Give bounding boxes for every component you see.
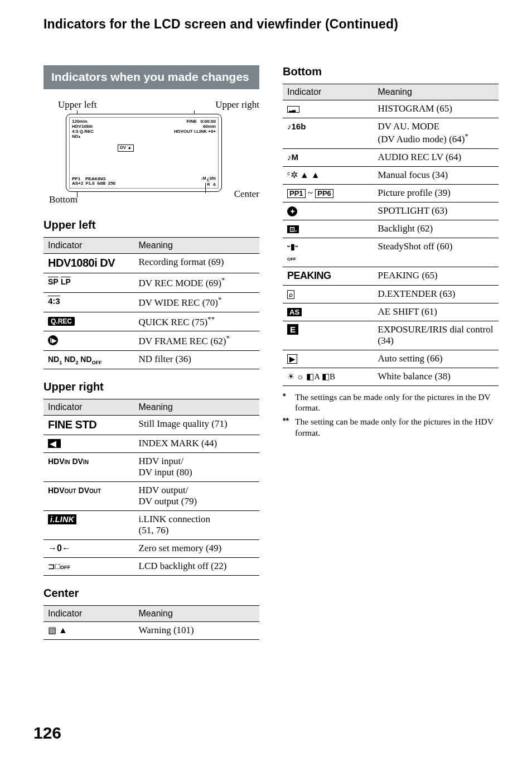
meaning-cell: EXPOSURE/IRIS dial control (34)	[374, 321, 499, 350]
diagram-label-center: Center	[234, 189, 259, 200]
table-row: ▂▃HISTOGRAM (65)	[283, 100, 499, 118]
meaning-cell: DV WIDE REC (70)*	[134, 292, 259, 312]
indicator-cell: PP1 ~ PP6	[283, 184, 374, 202]
th-indicator: Indicator	[43, 238, 134, 254]
indicator-cell: Q.REC	[43, 312, 134, 331]
indicator-cell: ♪M	[283, 148, 374, 166]
footnotes: * The settings can be made only for the …	[283, 392, 499, 438]
indicator-cell: HDVOUT DVOUT	[43, 481, 134, 510]
indicator-cell: ⊡.	[283, 220, 374, 238]
table-row: 4:3DV WIDE REC (70)*	[43, 292, 259, 312]
meaning-cell: SteadyShot off (60)	[374, 238, 499, 267]
table-row: i.LINKi.LINK connection(51, 76)	[43, 510, 259, 539]
indicator-cell: 4:3	[43, 292, 134, 312]
diagram-label-upper-left: Upper left	[58, 99, 96, 110]
indicator-cell: ▂▃	[283, 100, 374, 118]
table-upper-left: Indicator Meaning HDV1080i DVRecording f…	[43, 237, 259, 369]
th-indicator: Indicator	[43, 605, 134, 621]
meaning-cell: AUDIO REC LV (64)	[374, 148, 499, 166]
table-row: ◀ INDEX MARK (44)	[43, 435, 259, 452]
table-row: ᶜ✲ ▲ ▲Manual focus (34)	[283, 166, 499, 184]
footnote-1-text: The settings can be made only for the pi…	[295, 392, 499, 413]
screen-diagram: Upper left Upper right 120min HDV1080i 4…	[43, 96, 259, 208]
meaning-cell: SPOTLIGHT (63)	[374, 202, 499, 220]
indicator-cell: ◀	[43, 435, 134, 452]
indicator-cell: ⊐□OFF	[43, 557, 134, 575]
meaning-cell: Auto setting (66)	[374, 350, 499, 368]
table-center: Indicator Meaning ▧ ▲Warning (101)	[43, 605, 259, 640]
th-meaning: Meaning	[134, 238, 259, 254]
table-row: FINE STDStill Image quality (71)	[43, 415, 259, 435]
table-bottom: Indicator Meaning ▂▃HISTOGRAM (65)♪16bDV…	[283, 84, 499, 386]
indicator-cell: I▶	[43, 331, 134, 351]
table-row: →0←Zero set memory (49)	[43, 539, 259, 557]
screen-tl-text: 120min HDV1080i 4:3 Q.REC ND₁	[72, 119, 94, 139]
meaning-cell: Manual focus (34)	[374, 166, 499, 184]
meaning-cell: LCD backlight off (22)	[134, 557, 259, 575]
th-meaning: Meaning	[374, 84, 499, 100]
meaning-cell: AE SHIFT (61)	[374, 303, 499, 321]
meaning-cell: Backlight (62)	[374, 220, 499, 238]
indicator-cell: HDVIN DVIN	[43, 452, 134, 481]
diagram-label-upper-right: Upper right	[215, 99, 259, 110]
meaning-cell: Still Image quality (71)	[134, 415, 259, 435]
indicator-cell: ᶜ✲ ▲ ▲	[283, 166, 374, 184]
footnote-1-mark: *	[283, 392, 292, 413]
meaning-cell: White balance (38)	[374, 368, 499, 385]
indicator-cell: ▧ ▲	[43, 621, 134, 639]
meaning-cell: Warning (101)	[134, 621, 259, 639]
table-row: ᵕ▮ᵕOFFSteadyShot off (60)	[283, 238, 499, 267]
screen-preview-box: 120min HDV1080i 4:3 Q.REC ND₁ FINE 0:00:…	[66, 114, 222, 192]
table-row: ⊡.Backlight (62)	[283, 220, 499, 238]
indicator-cell: ⌕	[283, 285, 374, 303]
table-row: ▶Auto setting (66)	[283, 350, 499, 368]
banner: Indicators when you made changes	[43, 65, 259, 89]
table-row: EEXPOSURE/IRIS dial control (34)	[283, 321, 499, 350]
indicator-cell: FINE STD	[43, 415, 134, 435]
section-upper-left-title: Upper left	[43, 219, 259, 232]
meaning-cell: Zero set memory (49)	[134, 539, 259, 557]
indicator-cell: ♪16b	[283, 118, 374, 149]
th-meaning: Meaning	[134, 399, 259, 415]
screen-tr-text: FINE 0:00:00 60min HDVOUT i.LINK +0+	[174, 119, 216, 134]
meaning-cell: Picture profile (39)	[374, 184, 499, 202]
table-row: ASAE SHIFT (61)	[283, 303, 499, 321]
meaning-cell: INDEX MARK (44)	[134, 435, 259, 452]
th-meaning: Meaning	[134, 605, 259, 621]
page-title: Indicators for the LCD screen and viewfi…	[43, 17, 499, 32]
meaning-cell: QUICK REC (75)**	[134, 312, 259, 331]
indicator-cell: ᵕ▮ᵕOFF	[283, 238, 374, 267]
indicator-cell: i.LINK	[43, 510, 134, 539]
section-upper-right-title: Upper right	[43, 380, 259, 393]
indicator-cell: ▶	[283, 350, 374, 368]
meaning-cell: HISTOGRAM (65)	[374, 100, 499, 118]
left-column: Indicators when you made changes Upper l…	[43, 65, 259, 640]
table-row: HDV1080i DVRecording format (69)	[43, 254, 259, 273]
table-row: PEAKINGPEAKING (65)	[283, 267, 499, 285]
indicator-cell: ☀ ☼ ◧A ◧B	[283, 368, 374, 385]
meaning-cell: HDV input/DV input (80)	[134, 452, 259, 481]
table-row: Q.RECQUICK REC (75)**	[43, 312, 259, 331]
screen-bl-text: PP1 PEAKING AS+2 F1.6 6dB 250	[72, 177, 115, 187]
table-upper-right: Indicator Meaning FINE STDStill Image qu…	[43, 399, 259, 576]
right-column: Bottom Indicator Meaning ▂▃HISTOGRAM (65…	[283, 65, 499, 640]
indicator-cell: →0←	[43, 539, 134, 557]
table-row: ⌕D.EXTENDER (63)	[283, 285, 499, 303]
table-row: ⊐□OFFLCD backlight off (22)	[43, 557, 259, 575]
table-row: ♪MAUDIO REC LV (64)	[283, 148, 499, 166]
footnote-2-mark: **	[283, 416, 292, 438]
table-row: ♪16bDV AU. MODE(DV Audio mode) (64)*	[283, 118, 499, 149]
indicator-cell: PEAKING	[283, 267, 374, 285]
footnote-2-text: The setting can be made only for the pic…	[295, 416, 499, 438]
footnote-1: * The settings can be made only for the …	[283, 392, 499, 413]
meaning-cell: DV FRAME REC (62)*	[134, 331, 259, 351]
indicator-cell: HDV1080i DV	[43, 254, 134, 273]
th-indicator: Indicator	[43, 399, 134, 415]
table-row: ▧ ▲Warning (101)	[43, 621, 259, 639]
th-indicator: Indicator	[283, 84, 374, 100]
meaning-cell: DV REC MODE (69)*	[134, 273, 259, 293]
section-center-title: Center	[43, 587, 259, 600]
content-columns: Indicators when you made changes Upper l…	[43, 65, 499, 640]
table-row: ☀ ☼ ◧A ◧BWhite balance (38)	[283, 368, 499, 385]
indicator-cell: ✦	[283, 202, 374, 220]
